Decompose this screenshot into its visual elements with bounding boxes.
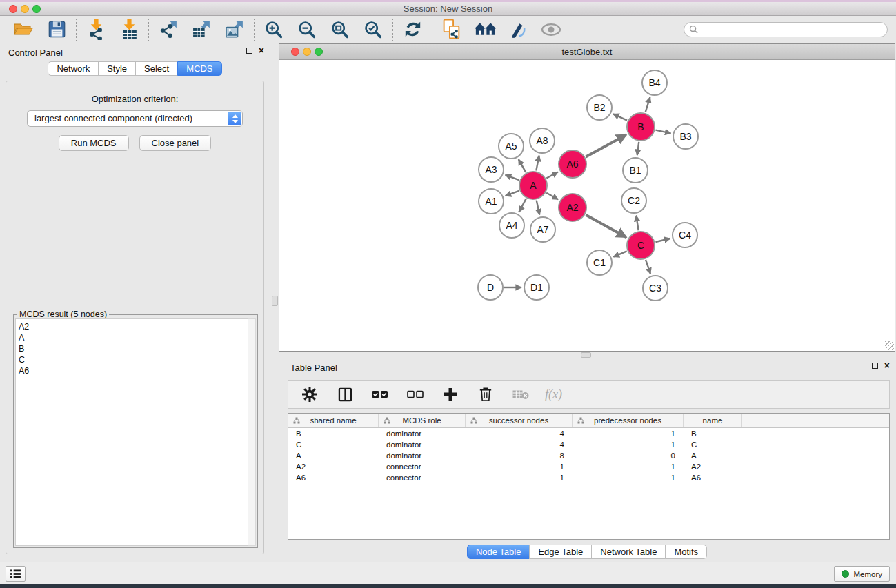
tab-style[interactable]: Style <box>98 61 136 76</box>
graph-edge-A-A4[interactable] <box>519 199 526 212</box>
save-session-icon[interactable] <box>46 19 68 41</box>
graph-edge-A2-C[interactable] <box>586 215 626 238</box>
graph-edge-C-C2[interactable] <box>636 216 638 231</box>
tab-mcds[interactable]: MCDS <box>177 61 221 76</box>
mcds-result-item[interactable]: A2 <box>19 321 248 332</box>
export-image-icon[interactable] <box>223 19 246 41</box>
zoom-in-icon[interactable] <box>263 19 285 41</box>
graph-node-C1[interactable]: C1 <box>586 250 613 276</box>
column-header-MCDS-role[interactable]: MCDS role <box>379 414 466 427</box>
graph-node-B[interactable]: B <box>626 112 655 141</box>
graph-edge-C-C1[interactable] <box>613 251 626 256</box>
graph-node-A8[interactable]: A8 <box>529 128 555 154</box>
task-history-button[interactable] <box>6 566 26 582</box>
column-header-successor-nodes[interactable]: successor nodes <box>466 414 573 427</box>
graph-node-C3[interactable]: C3 <box>642 275 668 301</box>
deselect-all-icon[interactable] <box>404 383 426 405</box>
graph-node-D[interactable]: D <box>477 274 504 301</box>
vertical-splitter-handle[interactable] <box>272 296 278 306</box>
column-sort-icon[interactable] <box>293 417 300 424</box>
graph-edge-A-A5[interactable] <box>519 159 526 172</box>
graph-node-A[interactable]: A <box>519 171 548 200</box>
table-row[interactable]: A6connector11A6 <box>288 472 889 483</box>
close-table-panel-icon[interactable]: × <box>884 363 890 369</box>
table-row[interactable]: A2connector11A2 <box>288 461 889 472</box>
export-table-icon[interactable] <box>190 19 212 41</box>
graph-node-A6[interactable]: A6 <box>558 150 587 179</box>
graph-edge-A-A1[interactable] <box>506 191 519 196</box>
mcds-result-item[interactable]: B <box>19 343 248 354</box>
column-sort-icon[interactable] <box>384 417 390 424</box>
graph-node-A7[interactable]: A7 <box>530 216 556 243</box>
graph-node-B1[interactable]: B1 <box>622 157 648 183</box>
mcds-result-list[interactable]: A2ABCA6 <box>15 318 248 546</box>
column-sort-icon[interactable] <box>577 417 584 424</box>
criterion-dropdown[interactable]: largest connected component (directed) <box>27 110 243 127</box>
graph-edge-A6-B[interactable] <box>586 134 626 156</box>
horizontal-splitter-handle[interactable] <box>581 352 591 358</box>
export-network-icon[interactable] <box>157 19 179 41</box>
network-canvas[interactable]: AA1A2A3A4A5A6A7A8BB1B2B3B4CC1C2C3C4DD1 <box>279 61 895 351</box>
import-table-icon[interactable] <box>118 19 140 41</box>
table-row[interactable]: Adominator80A <box>288 450 889 461</box>
mcds-result-item[interactable]: A <box>19 332 248 343</box>
float-table-panel-icon[interactable] <box>872 363 878 369</box>
table-row[interactable]: Bdominator41B <box>288 428 889 439</box>
network-window-titlebar[interactable]: testGlobe.txt <box>279 44 895 60</box>
graph-node-A3[interactable]: A3 <box>478 156 504 183</box>
window-resize-grip[interactable] <box>885 341 894 350</box>
mcds-result-item[interactable]: C <box>19 354 248 365</box>
import-network-icon[interactable] <box>85 19 107 41</box>
graph-node-D1[interactable]: D1 <box>524 274 550 301</box>
memory-button[interactable]: Memory <box>834 566 890 582</box>
tab-edge-table[interactable]: Edge Table <box>529 545 592 559</box>
column-view-icon[interactable] <box>334 383 356 405</box>
graph-node-C[interactable]: C <box>626 231 655 260</box>
graph-edge-C-C3[interactable] <box>646 260 650 274</box>
zoom-selected-icon[interactable] <box>362 19 384 41</box>
close-panel-button[interactable]: Close panel <box>139 135 212 151</box>
table-row[interactable]: Cdominator41C <box>288 439 889 450</box>
refresh-icon[interactable] <box>401 19 424 41</box>
zoom-fit-icon[interactable] <box>329 19 351 41</box>
graph-edge-B-B1[interactable] <box>637 142 639 155</box>
tab-network-table[interactable]: Network Table <box>591 545 666 559</box>
clone-network-icon[interactable] <box>441 19 463 41</box>
hide-details-icon[interactable] <box>540 19 562 41</box>
tab-node-table[interactable]: Node Table <box>467 545 530 559</box>
graph-node-C2[interactable]: C2 <box>621 187 647 214</box>
column-sort-icon[interactable] <box>470 417 477 424</box>
graph-edge-B-B2[interactable] <box>613 114 627 120</box>
graph-node-A5[interactable]: A5 <box>498 133 524 159</box>
graph-node-A1[interactable]: A1 <box>478 188 504 214</box>
graph-edge-A-A6[interactable] <box>546 172 558 178</box>
graph-node-B3[interactable]: B3 <box>673 123 699 150</box>
run-mcds-button[interactable]: Run MCDS <box>59 135 129 151</box>
float-panel-icon[interactable] <box>246 48 252 54</box>
search-input[interactable] <box>698 25 882 34</box>
mcds-list-scrollbar[interactable] <box>248 318 256 546</box>
open-session-icon[interactable] <box>12 19 34 41</box>
delete-column-icon[interactable] <box>475 383 497 405</box>
graph-edge-A-A8[interactable] <box>536 156 539 171</box>
graph-edge-B-B4[interactable] <box>646 97 650 112</box>
zoom-out-icon[interactable] <box>296 19 318 41</box>
graph-node-C4[interactable]: C4 <box>672 222 698 248</box>
graph-node-B2[interactable]: B2 <box>586 94 613 121</box>
tab-network[interactable]: Network <box>48 61 99 76</box>
graph-node-A4[interactable]: A4 <box>499 212 525 239</box>
tab-select[interactable]: Select <box>135 61 178 76</box>
column-header-name[interactable]: name <box>684 414 742 427</box>
graph-node-B4[interactable]: B4 <box>641 70 668 96</box>
graph-edge-A-A3[interactable] <box>506 175 519 180</box>
validate-icon[interactable] <box>507 19 529 41</box>
column-header-shared-name[interactable]: shared name <box>288 414 379 427</box>
graph-node-A2[interactable]: A2 <box>558 193 587 222</box>
graph-edge-A-A2[interactable] <box>546 193 558 199</box>
tab-motifs[interactable]: Motifs <box>665 545 707 559</box>
close-panel-icon[interactable]: × <box>259 48 264 54</box>
table-settings-icon[interactable] <box>299 383 321 405</box>
column-header-predecessor-nodes[interactable]: predecessor nodes <box>573 414 684 427</box>
search-field[interactable] <box>684 22 888 37</box>
graph-edge-A-A7[interactable] <box>537 200 540 214</box>
